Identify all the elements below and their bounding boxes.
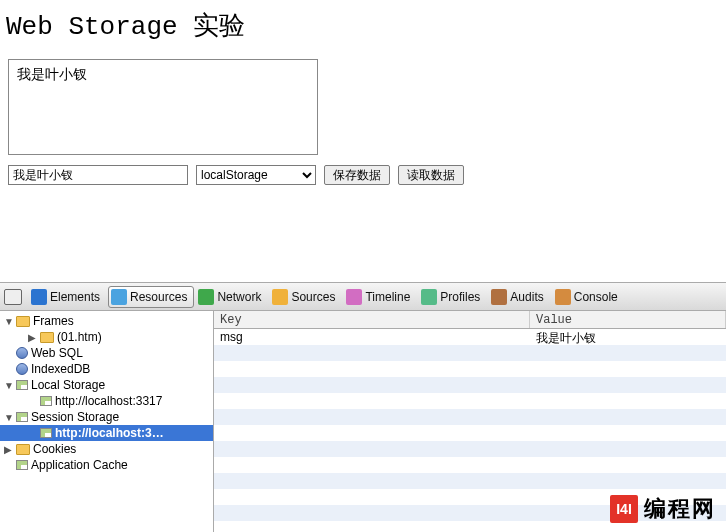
cell-key [214, 345, 530, 361]
tab-label: Profiles [440, 290, 480, 304]
table-row[interactable] [214, 393, 726, 409]
tree-localstorage-origin[interactable]: http://localhost:3317 [0, 393, 213, 409]
table-row[interactable] [214, 457, 726, 473]
table-row[interactable]: msg我是叶小钗 [214, 329, 726, 345]
tree-indexeddb[interactable]: IndexedDB [0, 361, 213, 377]
folder-icon [16, 444, 30, 455]
tab-label: Network [217, 290, 261, 304]
cell-key [214, 473, 530, 489]
cell-value [530, 457, 726, 473]
page-title: Web Storage 实验 [0, 0, 726, 59]
table-row[interactable] [214, 345, 726, 361]
cell-value [530, 345, 726, 361]
cell-key [214, 393, 530, 409]
table-icon [40, 428, 52, 438]
timeline-icon [346, 289, 362, 305]
cell-key [214, 521, 530, 532]
cell-key [214, 489, 530, 505]
dock-icon[interactable] [4, 289, 22, 305]
msg-input[interactable] [8, 165, 188, 185]
table-row[interactable] [214, 361, 726, 377]
table-row[interactable] [214, 409, 726, 425]
tab-profiles[interactable]: Profiles [418, 286, 487, 308]
msg-textarea[interactable]: 我是叶小钗 [8, 59, 318, 155]
cell-key: msg [214, 329, 530, 345]
cell-value [530, 361, 726, 377]
watermark-logo: I4I [610, 495, 638, 523]
save-button[interactable]: 保存数据 [324, 165, 390, 185]
tab-timeline[interactable]: Timeline [343, 286, 417, 308]
elements-icon [31, 289, 47, 305]
cell-value [530, 377, 726, 393]
tab-network[interactable]: Network [195, 286, 268, 308]
tree-websql[interactable]: Web SQL [0, 345, 213, 361]
tab-console[interactable]: Console [552, 286, 625, 308]
tree-localstorage[interactable]: ▼Local Storage [0, 377, 213, 393]
profiles-icon [421, 289, 437, 305]
tab-label: Elements [50, 290, 100, 304]
tree-appcache[interactable]: Application Cache [0, 457, 213, 473]
table-row[interactable] [214, 441, 726, 457]
devtools-toolbar: ElementsResourcesNetworkSourcesTimelineP… [0, 283, 726, 311]
table-row[interactable] [214, 425, 726, 441]
cell-value [530, 393, 726, 409]
tab-elements[interactable]: Elements [28, 286, 107, 308]
storage-icon [16, 412, 28, 422]
storage-select[interactable]: localStorage [196, 165, 316, 185]
watermark-text: 编程网 [644, 494, 716, 524]
cell-value [530, 425, 726, 441]
cell-value [530, 409, 726, 425]
tree-cookies[interactable]: ▶Cookies [0, 441, 213, 457]
folder-icon [16, 316, 30, 327]
tab-label: Audits [510, 290, 543, 304]
cell-value [530, 473, 726, 489]
cell-key [214, 457, 530, 473]
resources-icon [111, 289, 127, 305]
tree-sessionstorage[interactable]: ▼Session Storage [0, 409, 213, 425]
cell-key [214, 441, 530, 457]
tree-sessionstorage-origin[interactable]: http://localhost:3… [0, 425, 213, 441]
tab-sources[interactable]: Sources [269, 286, 342, 308]
cell-value [530, 441, 726, 457]
audits-icon [491, 289, 507, 305]
cell-value: 我是叶小钗 [530, 329, 726, 345]
controls-row: localStorage 保存数据 读取数据 [8, 165, 726, 185]
col-key[interactable]: Key [214, 311, 530, 328]
tab-label: Timeline [365, 290, 410, 304]
folder-icon [40, 332, 54, 343]
console-icon [555, 289, 571, 305]
tab-label: Sources [291, 290, 335, 304]
textarea-value: 我是叶小钗 [17, 66, 87, 82]
resources-sidebar: ▼Frames ▶(01.htm) Web SQL IndexedDB ▼Loc… [0, 311, 214, 532]
cell-key [214, 361, 530, 377]
database-icon [16, 347, 28, 359]
read-button[interactable]: 读取数据 [398, 165, 464, 185]
cell-key [214, 425, 530, 441]
tab-audits[interactable]: Audits [488, 286, 550, 308]
watermark: I4I 编程网 [610, 494, 716, 524]
storage-icon [16, 460, 28, 470]
sources-icon [272, 289, 288, 305]
tree-frames[interactable]: ▼Frames [0, 313, 213, 329]
tab-label: Resources [130, 290, 187, 304]
table-row[interactable] [214, 377, 726, 393]
database-icon [16, 363, 28, 375]
col-value[interactable]: Value [530, 311, 726, 328]
cell-key [214, 505, 530, 521]
table-icon [40, 396, 52, 406]
tab-label: Console [574, 290, 618, 304]
table-row[interactable] [214, 473, 726, 489]
cell-key [214, 409, 530, 425]
network-icon [198, 289, 214, 305]
tree-frames-file[interactable]: ▶(01.htm) [0, 329, 213, 345]
tab-resources[interactable]: Resources [108, 286, 194, 308]
storage-icon [16, 380, 28, 390]
cell-key [214, 377, 530, 393]
